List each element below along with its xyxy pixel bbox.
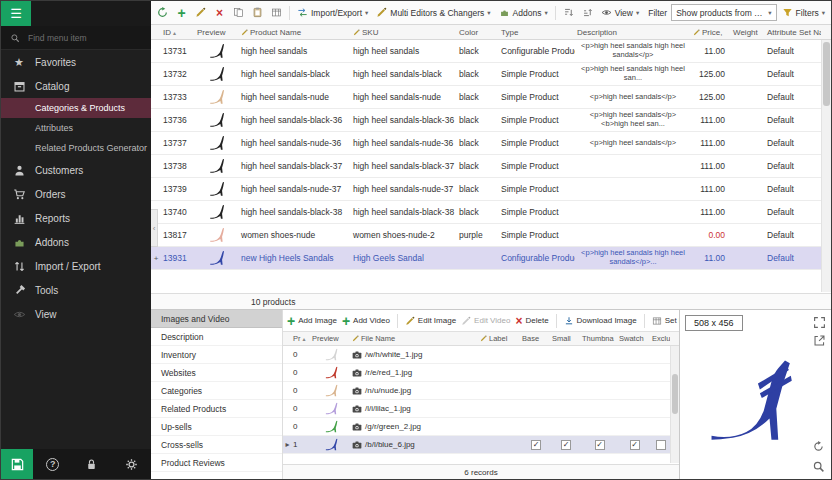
filter-select[interactable]: Show products from selected categories▾ <box>671 4 776 21</box>
view-menu[interactable]: View▾ <box>598 5 643 20</box>
sidebar-item-addons[interactable]: Addons <box>1 230 151 254</box>
addons-menu[interactable]: Addons▾ <box>496 5 551 20</box>
refresh-button[interactable] <box>154 4 171 21</box>
sidebar-item-view[interactable]: View <box>1 302 151 326</box>
fullscreen-icon[interactable] <box>813 316 826 329</box>
sort-descending-button[interactable] <box>579 4 596 21</box>
add-image-button[interactable]: +Add Image <box>287 314 337 328</box>
column-header-attribute-set[interactable]: Attribute Set Name <box>765 28 821 37</box>
column-header-weight[interactable]: Weight <box>731 28 765 37</box>
delete-product-button[interactable]: × <box>211 4 228 21</box>
lock-button[interactable] <box>72 458 111 471</box>
rotate-icon[interactable] <box>812 440 825 453</box>
menu-toggle-button[interactable]: ☰ <box>1 1 31 26</box>
column-header-image-preview[interactable]: Preview <box>311 334 351 343</box>
column-header-file-name[interactable]: File Name <box>351 334 479 343</box>
images-vertical-scrollbar[interactable] <box>670 346 679 463</box>
column-header-exclude[interactable]: Exclude <box>651 334 670 343</box>
sidebar-item-customers[interactable]: Customers <box>1 158 151 182</box>
exclude-checkbox[interactable] <box>656 440 666 450</box>
column-header-product-name[interactable]: Product Name <box>239 28 351 37</box>
column-header-id[interactable]: ID▴ <box>161 28 195 37</box>
search-input[interactable] <box>26 32 142 44</box>
tab-categories[interactable]: Categories <box>151 382 282 400</box>
table-row[interactable]: 13738 high heel sandals-black-37high hee… <box>151 155 831 178</box>
grid-vertical-scrollbar[interactable] <box>821 40 831 292</box>
table-row[interactable]: 13740 high heel sandals-black-38high hee… <box>151 201 831 224</box>
table-row[interactable]: 13739 high heel sandals-nude-37high heel… <box>151 178 831 201</box>
image-row[interactable]: 0 /w/h/white_1.jpg <box>283 346 679 364</box>
tab-cross-sells[interactable]: Cross-sells <box>151 436 282 454</box>
column-header-price[interactable]: Price, <box>691 28 731 37</box>
paste-button[interactable] <box>249 4 266 21</box>
sidebar-item-reports[interactable]: Reports <box>1 206 151 230</box>
image-row[interactable]: 0 /r/e/red_1.jpg <box>283 364 679 382</box>
add-video-button[interactable]: +Add Video <box>342 314 390 328</box>
column-header-sku[interactable]: SKU <box>351 28 457 37</box>
tab-websites[interactable]: Websites <box>151 364 282 382</box>
image-row[interactable]: 0 /l/i/lilac_1.jpg <box>283 400 679 418</box>
sort-ascending-button[interactable] <box>560 4 577 21</box>
edit-product-button[interactable] <box>192 4 209 21</box>
open-external-icon[interactable] <box>813 334 826 347</box>
help-button[interactable]: ? <box>33 458 72 471</box>
column-header-type[interactable]: Type <box>499 28 575 37</box>
sidebar-item-favorites[interactable]: ★Favorites <box>1 50 151 74</box>
settings-button[interactable] <box>112 458 151 471</box>
table-row[interactable]: 13733 high heel sandals-nudehigh heel sa… <box>151 86 831 109</box>
tab-related-products[interactable]: Related Products <box>151 400 282 418</box>
column-header-position[interactable]: Pr▴ <box>292 334 311 343</box>
column-header-small[interactable]: Small <box>551 334 581 343</box>
table-row[interactable]: 13737 high heel sandals-nude-36high heel… <box>151 132 831 155</box>
sidebar-item-orders[interactable]: Orders <box>1 182 151 206</box>
sidebar-item-related-products-generator[interactable]: Related Products Generator <box>1 138 151 158</box>
sidebar-collapse-handle[interactable]: ‹ <box>151 209 158 247</box>
sidebar-item-catalog[interactable]: Catalog <box>1 74 151 98</box>
table-row[interactable]: 13736 high heel sandals-black-36high hee… <box>151 109 831 132</box>
scrollbar-thumb[interactable] <box>823 42 830 106</box>
swatch-checkbox[interactable]: ✓ <box>630 440 640 450</box>
image-row[interactable]: 0 /n/u/nude.jpg <box>283 382 679 400</box>
image-row[interactable]: 0 /g/r/green_2.jpg <box>283 418 679 436</box>
tab-images-and-video[interactable]: Images and Video <box>151 310 282 328</box>
tab-product-reviews[interactable]: Product Reviews <box>151 454 282 472</box>
image-row-selected[interactable]: ▸1 /b/l/blue_6.jpg ✓ ✓ ✓ ✓ <box>283 436 679 454</box>
delete-image-button[interactable]: ×Delete <box>515 315 548 327</box>
thumbnail-checkbox[interactable]: ✓ <box>595 440 605 450</box>
base-checkbox[interactable]: ✓ <box>531 440 541 450</box>
multi-editors-menu[interactable]: Multi Editors & Changers▾ <box>373 5 493 20</box>
scrollbar-thumb[interactable] <box>672 374 678 414</box>
set-resize-rule-button[interactable]: Set Resize Rule▾ <box>652 316 679 326</box>
funnel-icon <box>782 7 793 18</box>
download-image-button[interactable]: Download Image <box>564 316 637 326</box>
column-header-base[interactable]: Base <box>521 334 551 343</box>
table-row[interactable]: 13817 women shoes-nudewomen shoes-nude-2… <box>151 224 831 247</box>
filters-menu[interactable]: Filters▾ <box>779 5 828 20</box>
column-header-swatch[interactable]: Swatch <box>618 334 651 343</box>
tab-description[interactable]: Description <box>151 328 282 346</box>
small-checkbox[interactable]: ✓ <box>561 440 571 450</box>
table-row[interactable]: 13731 high heel sandalshigh heel sandals… <box>151 40 831 63</box>
table-row[interactable]: 13732 high heel sandals-blackhigh heel s… <box>151 63 831 86</box>
sidebar-item-import-export[interactable]: Import / Export <box>1 254 151 278</box>
edit-image-button[interactable]: Edit Image <box>405 316 456 326</box>
add-product-button[interactable]: + <box>173 4 190 21</box>
columns-button[interactable] <box>268 4 285 21</box>
table-row-selected[interactable]: +13931 new High Heels SandalsHigh Geels … <box>151 247 831 270</box>
column-header-thumbnail[interactable]: Thumbna <box>581 334 618 343</box>
copy-button[interactable] <box>230 4 247 21</box>
floppy-icon <box>10 457 25 472</box>
sidebar-item-tools[interactable]: Tools <box>1 278 151 302</box>
column-header-color[interactable]: Color <box>457 28 499 37</box>
column-header-description[interactable]: Description <box>575 28 691 37</box>
save-button[interactable] <box>1 449 33 479</box>
row-expander[interactable]: + <box>151 254 161 263</box>
sidebar-item-attributes[interactable]: Attributes <box>1 118 151 138</box>
tab-inventory[interactable]: Inventory <box>151 346 282 364</box>
column-header-preview[interactable]: Preview <box>195 28 239 37</box>
import-export-menu[interactable]: Import/Export▾ <box>294 5 371 20</box>
zoom-icon[interactable] <box>812 460 825 473</box>
column-header-label[interactable]: Label <box>479 334 521 343</box>
sidebar-item-categories-products[interactable]: Categories & Products <box>1 98 151 118</box>
tab-up-sells[interactable]: Up-sells <box>151 418 282 436</box>
